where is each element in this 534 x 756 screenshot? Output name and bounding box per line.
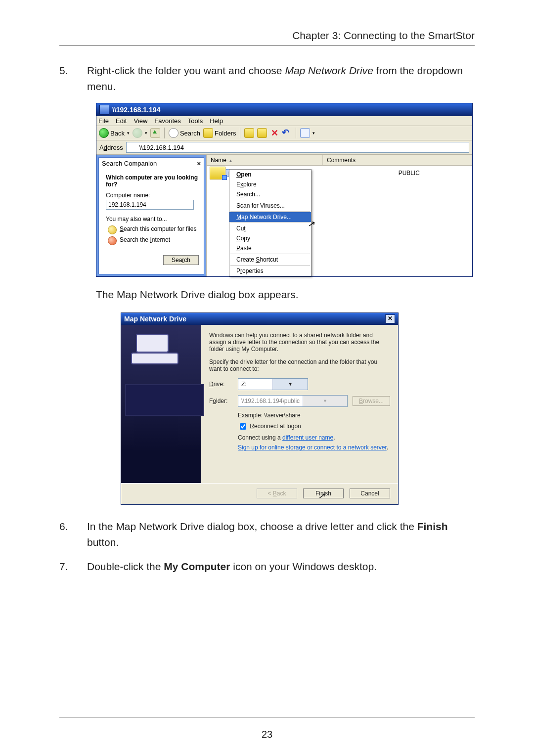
dialog-buttons: < Back Finish Cancel <box>121 483 398 504</box>
dialog-artwork <box>121 325 201 483</box>
search-pane-close[interactable]: × <box>197 160 201 167</box>
cancel-button[interactable]: Cancel <box>350 489 390 498</box>
ctx-explore[interactable]: Explore <box>229 179 311 189</box>
views-button[interactable]: ▾ <box>300 128 315 138</box>
copyto-button[interactable] <box>257 128 267 138</box>
reconnect-row: Reconnect at logon <box>238 422 390 431</box>
explorer-window: \\192.168.1.194 FFileile Edit View Favor… <box>96 103 473 277</box>
delete-button[interactable]: ✕ <box>270 129 279 137</box>
ctx-cut[interactable]: Cut <box>229 223 311 233</box>
drive-label: Drive: <box>209 381 238 388</box>
moveto-icon <box>244 128 254 138</box>
ctx-map-network-drive[interactable]: Map Network Drive... <box>229 212 311 222</box>
folder-select[interactable]: \\192.168.1.194\public ▼ <box>238 395 348 407</box>
column-name[interactable]: Name▲ <box>207 155 323 165</box>
step-5-body: Right-click the folder you want and choo… <box>87 63 475 94</box>
dropdown-icon: ▼ <box>303 396 347 406</box>
search-icon <box>169 128 178 138</box>
toolbar: Back▾ ▾ Search Folders ✕ ▾ <box>96 126 472 140</box>
up-icon <box>150 128 160 138</box>
up-button[interactable] <box>150 128 160 138</box>
column-comments[interactable]: Comments <box>323 155 472 165</box>
different-user-link[interactable]: different user name <box>282 434 333 441</box>
drive-value: Z: <box>238 380 273 389</box>
folders-button[interactable]: Folders <box>203 128 236 138</box>
folder-comment: PUBLIC <box>399 170 420 177</box>
chapter-header: Chapter 3: Connecting to the SmartStor <box>59 30 475 42</box>
search-files-link[interactable]: Search this computer for files <box>108 225 199 234</box>
search-internet-text: Search the Internet <box>120 236 170 243</box>
folders-label: Folders <box>215 130 236 137</box>
forward-button[interactable]: ▾ <box>133 128 147 138</box>
step-7-bold: My Computer <box>164 561 230 572</box>
computer-name-label: Computer name: <box>106 192 199 199</box>
ctx-paste[interactable]: Paste <box>229 243 311 253</box>
internet-search-icon <box>108 236 117 245</box>
search-button[interactable]: Search <box>169 128 200 138</box>
search-internet-link[interactable]: Search the Internet <box>108 236 199 245</box>
ctx-copy[interactable]: Copy <box>229 233 311 243</box>
forward-icon <box>133 128 142 138</box>
page-number: 23 <box>0 729 534 740</box>
share-folder-icon <box>210 167 225 179</box>
step-6-pre: In the Map Network Drive dialog box, cho… <box>87 521 417 532</box>
ctx-open[interactable]: Open <box>229 170 311 179</box>
signup-link[interactable]: Sign up for online storage or connect to… <box>238 444 387 451</box>
dropdown-icon: ▼ <box>272 379 308 390</box>
step-5: 5. Right-click the folder you want and c… <box>59 63 475 94</box>
menu-tools[interactable]: Tools <box>188 117 203 125</box>
views-icon <box>300 128 310 138</box>
folders-icon <box>203 128 213 138</box>
search-label: Search <box>180 130 200 137</box>
step-6-bold: Finish <box>417 521 448 532</box>
step-6-number: 6. <box>59 519 87 550</box>
folder-value: \\192.168.1.194\public <box>238 397 303 405</box>
caption-1: The Map Network Drive dialog box appears… <box>96 289 475 301</box>
back-button: < Back <box>257 489 297 498</box>
caret-icon: ▾ <box>312 131 315 135</box>
sort-arrow-icon: ▲ <box>228 158 233 163</box>
folder-label: Folder: <box>209 398 238 404</box>
search-files-text: Search this computer for files <box>120 225 196 232</box>
step-7-number: 7. <box>59 559 87 575</box>
step-5-number: 5. <box>59 63 87 94</box>
address-label: Address <box>99 144 123 151</box>
address-box[interactable]: \\192.168.1.194 <box>126 142 469 153</box>
toolbar-separator <box>240 128 240 138</box>
drive-select[interactable]: Z: ▼ <box>238 378 308 390</box>
address-value: \\192.168.1.194 <box>139 144 184 151</box>
search-button[interactable]: Search <box>163 255 199 265</box>
explorer-title: \\192.168.1.194 <box>112 106 160 114</box>
step-7-body: Double-click the My Computer icon on you… <box>87 559 475 575</box>
close-button[interactable]: ✕ <box>385 314 395 323</box>
also-label: You may also want to... <box>106 216 199 222</box>
moveto-button[interactable] <box>244 128 254 138</box>
ctx-properties[interactable]: Properties <box>229 266 311 276</box>
ctx-search[interactable]: Search... <box>229 189 311 199</box>
copyto-icon <box>257 128 267 138</box>
computer-name-input[interactable] <box>106 200 194 210</box>
connect-using-row: Connect using a different user name. <box>238 434 390 441</box>
ctx-shortcut[interactable]: Create Shortcut <box>229 255 311 265</box>
mnd-para1: Windows can help you connect to a shared… <box>209 332 390 353</box>
cursor-icon: ↖ <box>307 218 316 230</box>
connect-using-pre: Connect using a <box>238 434 282 441</box>
footer-rule <box>59 717 475 717</box>
caret-icon: ▾ <box>145 131 147 135</box>
undo-button[interactable] <box>282 129 292 137</box>
menu-favorites[interactable]: Favorites <box>154 117 180 125</box>
reconnect-checkbox[interactable] <box>240 423 246 430</box>
menu-view[interactable]: View <box>134 117 147 125</box>
toolbar-separator <box>164 128 165 138</box>
step-6-post: button. <box>87 536 119 548</box>
list-header: Name▲ Comments <box>207 155 472 166</box>
mnd-title: Map Network Drive <box>124 315 186 323</box>
mnd-titlebar[interactable]: Map Network Drive ✕ <box>121 313 398 325</box>
menu-file[interactable]: FFileile <box>98 117 109 125</box>
explorer-titlebar[interactable]: \\192.168.1.194 <box>96 103 472 116</box>
back-button[interactable]: Back▾ <box>99 128 130 138</box>
ctx-scan[interactable]: Scan for Viruses... <box>229 201 311 211</box>
menu-help[interactable]: Help <box>210 117 223 125</box>
menu-edit[interactable]: Edit <box>116 117 127 125</box>
computer-icon <box>129 143 137 151</box>
